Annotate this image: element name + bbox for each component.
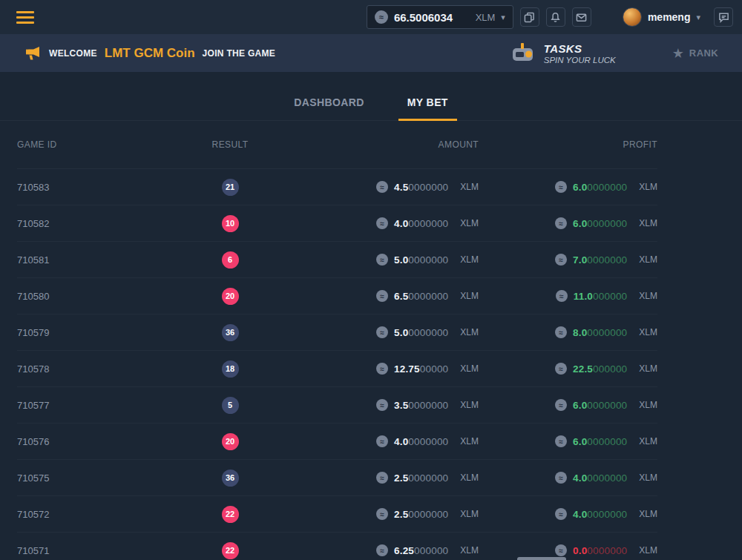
- coin-icon: [555, 435, 567, 447]
- coin-name: LMT GCM Coin: [105, 46, 195, 61]
- amount-value: 6.50000000: [394, 291, 448, 302]
- profit-value: 4.00000000: [573, 472, 627, 484]
- mail-button[interactable]: [572, 7, 591, 27]
- coin-icon: [376, 326, 388, 338]
- coin-icon: [376, 254, 388, 266]
- table-row[interactable]: 710578 18 12.7500000 XLM 22.5000000 XLM: [17, 351, 657, 387]
- tab-dashboard[interactable]: DASHBOARD: [285, 96, 373, 121]
- chat-button[interactable]: [714, 7, 733, 27]
- table-row[interactable]: 710571 22 6.25000000 XLM 0.00000000 XLM: [17, 533, 657, 560]
- cards-icon: [524, 12, 535, 23]
- table-row[interactable]: 710583 21 4.50000000 XLM 6.00000000 XLM: [17, 169, 657, 205]
- table-row[interactable]: 710575 36 2.50000000 XLM 4.00000000 XLM: [17, 460, 657, 496]
- game-id: 710577: [17, 400, 208, 411]
- game-id: 710576: [17, 436, 208, 447]
- my-bet-table: GAME ID RESULT AMOUNT PROFIT 710583 21 4…: [0, 121, 742, 560]
- profit-value: 22.5000000: [573, 363, 627, 375]
- coin-icon: [555, 181, 567, 193]
- result-badge: 6: [222, 251, 239, 269]
- table-row[interactable]: 710580 20 6.50000000 XLM 11.0000000 XLM: [17, 278, 657, 314]
- amount-currency: XLM: [460, 400, 479, 410]
- result-badge: 22: [222, 542, 239, 559]
- balance-selector[interactable]: 66.5006034 XLM ▾: [367, 5, 513, 29]
- profit-value: 7.00000000: [573, 254, 627, 266]
- game-id: 710581: [17, 254, 208, 266]
- coin-icon: [555, 217, 567, 229]
- amount-value: 12.7500000: [394, 363, 448, 375]
- amount-cell: 4.50000000 XLM: [252, 181, 479, 193]
- profit-currency: XLM: [639, 327, 657, 337]
- game-id: 710578: [17, 363, 208, 375]
- amount-cell: 4.00000000 XLM: [252, 217, 479, 229]
- profit-currency: XLM: [639, 545, 657, 556]
- result-badge: 20: [222, 433, 239, 450]
- welcome-suffix: JOIN THE GAME: [203, 48, 276, 59]
- amount-cell: 12.7500000 XLM: [252, 363, 479, 375]
- profit-currency: XLM: [639, 509, 657, 519]
- coin-icon: [376, 508, 388, 520]
- profit-value: 6.00000000: [573, 182, 627, 193]
- amount-currency: XLM: [460, 545, 479, 556]
- amount-value: 5.00000000: [394, 327, 448, 338]
- table-row[interactable]: 710582 10 4.00000000 XLM 6.00000000 XLM: [17, 205, 657, 242]
- tasks-button[interactable]: TASKS SPIN YOUR LUCK: [510, 42, 616, 65]
- amount-cell: 2.50000000 XLM: [252, 508, 479, 520]
- game-id: 710579: [17, 327, 208, 338]
- envelope-icon: [576, 12, 587, 23]
- amount-currency: XLM: [460, 472, 479, 483]
- rank-label: RANK: [689, 47, 718, 59]
- rank-button[interactable]: ★ RANK: [672, 47, 718, 60]
- profit-cell: 4.00000000 XLM: [479, 508, 657, 520]
- result-badge: 22: [222, 506, 239, 523]
- amount-value: 5.00000000: [394, 254, 448, 266]
- chevron-down-icon: ▾: [501, 13, 505, 22]
- coin-icon: [376, 290, 388, 302]
- welcome-banner: WELCOME LMT GCM Coin JOIN THE GAME TASKS…: [0, 34, 742, 72]
- notifications-button[interactable]: [546, 7, 565, 27]
- amount-cell: 4.00000000 XLM: [252, 435, 479, 447]
- amount-currency: XLM: [460, 363, 479, 374]
- profit-value: 6.00000000: [573, 400, 627, 411]
- amount-cell: 3.50000000 XLM: [252, 399, 479, 411]
- amount-value: 4.00000000: [394, 436, 448, 447]
- horizontal-scrollbar-thumb[interactable]: [517, 557, 566, 560]
- coin-icon: [555, 472, 567, 484]
- profit-currency: XLM: [639, 472, 657, 483]
- coin-icon: [376, 363, 388, 375]
- table-body: 710583 21 4.50000000 XLM 6.00000000 XLM …: [17, 169, 657, 560]
- table-row[interactable]: 710581 6 5.00000000 XLM 7.00000000 XLM: [17, 242, 657, 278]
- game-id: 710575: [17, 472, 208, 484]
- amount-value: 6.25000000: [394, 545, 448, 556]
- amount-value: 3.50000000: [394, 400, 448, 411]
- coin-icon: [376, 217, 388, 229]
- user-menu[interactable]: memeng ▾: [623, 7, 700, 27]
- chevron-down-icon: ▾: [696, 13, 700, 22]
- table-row[interactable]: 710572 22 2.50000000 XLM 4.00000000 XLM: [17, 496, 657, 533]
- coin-icon: [555, 254, 567, 266]
- amount-value: 2.50000000: [394, 509, 448, 520]
- cards-button[interactable]: [520, 7, 539, 27]
- coin-icon: [376, 181, 388, 193]
- hamburger-menu-icon[interactable]: [16, 11, 34, 24]
- amount-cell: 5.00000000 XLM: [252, 326, 479, 338]
- profit-cell: 6.00000000 XLM: [479, 181, 657, 193]
- coin-icon: [376, 544, 388, 556]
- chat-icon: [718, 12, 729, 23]
- tab-my-bet[interactable]: MY BET: [398, 96, 457, 121]
- balance-value: 66.5006034: [394, 11, 453, 24]
- table-row[interactable]: 710579 36 5.00000000 XLM 8.00000000 XLM: [17, 314, 657, 351]
- table-row[interactable]: 710576 20 4.00000000 XLM 6.00000000 XLM: [17, 424, 657, 460]
- profit-currency: XLM: [639, 400, 657, 410]
- amount-currency: XLM: [460, 509, 479, 519]
- header-result: RESULT: [208, 139, 252, 150]
- amount-value: 4.00000000: [394, 218, 448, 229]
- amount-currency: XLM: [460, 218, 479, 228]
- profit-cell: 11.0000000 XLM: [479, 290, 657, 302]
- coin-icon: [556, 290, 568, 302]
- mailbox-icon: [510, 42, 536, 65]
- table-row[interactable]: 710577 5 3.50000000 XLM 6.00000000 XLM: [17, 387, 657, 424]
- profit-currency: XLM: [639, 218, 657, 228]
- topbar: 66.5006034 XLM ▾ memeng ▾: [0, 0, 742, 34]
- result-badge: 21: [222, 179, 239, 196]
- coin-icon: [555, 399, 567, 411]
